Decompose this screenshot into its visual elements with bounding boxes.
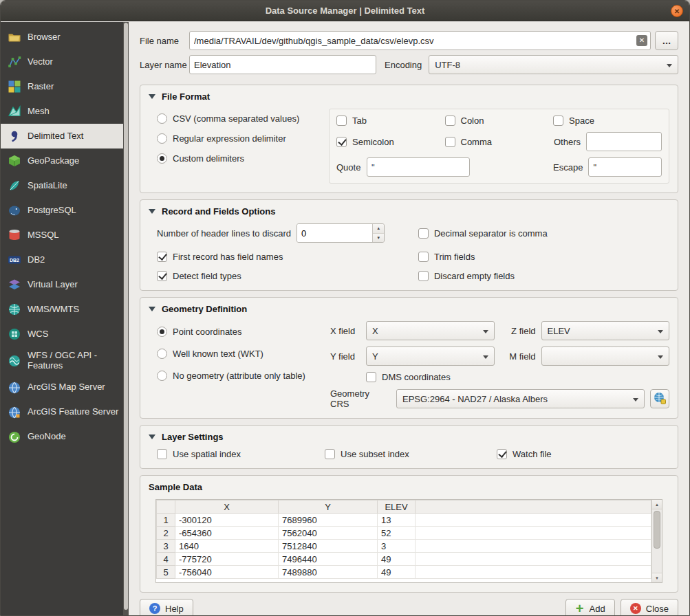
collapse-arrow-icon[interactable]	[149, 209, 155, 214]
quote-input[interactable]	[367, 157, 470, 177]
detect-field-types-checkbox[interactable]: Detect field types	[157, 271, 418, 281]
custom-delimiters-radio[interactable]: Custom delimiters	[157, 153, 321, 164]
titlebar[interactable]: Data Source Manager | Delimited Text ✕	[1, 1, 689, 21]
discard-empty-fields-checkbox[interactable]: Discard empty fields	[418, 271, 669, 281]
add-button[interactable]: + Add	[565, 599, 615, 616]
section-title: File Format	[162, 91, 210, 102]
wkt-radio[interactable]: Well known text (WKT)	[157, 349, 321, 359]
regular-expression-radio[interactable]: Regular expression delimiter	[157, 133, 321, 144]
use-subset-index-checkbox[interactable]: Use subset index	[325, 449, 497, 459]
filler-cell	[416, 527, 651, 540]
file-name-input[interactable]	[189, 31, 651, 50]
table-row: 1 -300120 7689960 13	[157, 514, 651, 527]
trim-fields-checkbox[interactable]: Trim fields	[418, 252, 669, 262]
header-lines-spinner[interactable]: ▲ ▼	[297, 223, 385, 243]
semicolon-checkbox[interactable]: Semicolon	[336, 137, 445, 147]
scrollbar-thumb[interactable]	[124, 23, 128, 610]
sidebar-item-geonode[interactable]: GeoNode	[1, 425, 123, 450]
sidebar-item-mssql[interactable]: MSSQL	[1, 223, 123, 248]
sidebar-item-geopackage[interactable]: GeoPackage	[1, 148, 123, 173]
sidebar-item-postgresql[interactable]: PostgreSQL	[1, 198, 123, 223]
table-cell: 7512840	[279, 540, 378, 553]
comma-checkbox[interactable]: Comma	[445, 137, 554, 147]
sidebar-item-wms-wmts[interactable]: WMS/WMTS	[1, 297, 123, 322]
close-button-label: Close	[646, 604, 669, 614]
watch-file-checkbox[interactable]: Watch file	[497, 449, 669, 459]
sample-table-scrollbar[interactable]: ▲ ▼	[651, 500, 662, 582]
sidebar-item-arcgis-map-server[interactable]: ArcGIS Map Server	[1, 375, 123, 400]
sidebar-item-vector[interactable]: Vector	[1, 50, 123, 74]
colon-checkbox[interactable]: Colon	[445, 116, 554, 126]
encoding-combobox[interactable]: UTF-8	[429, 55, 678, 74]
header-lines-input[interactable]	[297, 224, 372, 242]
sidebar-item-wfs-ogc-api-features[interactable]: WFS / OGC API - Features	[1, 346, 123, 375]
geometry-crs-combobox[interactable]: EPSG:2964 - NAD27 / Alaska Albers	[396, 389, 645, 408]
sidebar-item-arcgis-feature-server[interactable]: ArcGIS Feature Server	[1, 400, 123, 425]
record-fields-body: Number of header lines to discard ▲ ▼ De…	[149, 223, 669, 281]
close-icon: ✕	[674, 8, 680, 15]
collapse-arrow-icon[interactable]	[149, 307, 155, 311]
sidebar-item-raster[interactable]: Raster	[1, 74, 123, 99]
dms-coordinates-checkbox[interactable]: DMS coordinates	[366, 372, 495, 382]
x-field-combobox[interactable]: X	[366, 321, 495, 340]
filler-cell	[416, 540, 651, 553]
postgresql-icon	[8, 204, 21, 217]
m-field-combobox[interactable]	[541, 346, 670, 366]
use-subset-index-label: Use subset index	[341, 449, 409, 459]
layer-name-input[interactable]	[189, 55, 376, 74]
scrollbar-track[interactable]	[652, 509, 662, 573]
wfs-icon	[8, 354, 21, 368]
radio-indicator	[157, 327, 167, 337]
csv-radio[interactable]: CSV (comma separated values)	[157, 113, 321, 124]
radio-indicator	[157, 371, 167, 381]
use-spatial-index-checkbox[interactable]: Use spatial index	[157, 449, 325, 459]
select-crs-button[interactable]	[650, 389, 669, 408]
collapse-arrow-icon[interactable]	[149, 94, 155, 99]
tab-checkbox[interactable]: Tab	[336, 116, 445, 126]
table-cell: -300120	[175, 514, 279, 527]
sidebar-item-spatialite[interactable]: SpatiaLite	[1, 173, 123, 198]
scroll-down-icon[interactable]: ▼	[652, 573, 662, 582]
point-coordinates-radio[interactable]: Point coordinates	[157, 327, 321, 337]
radio-indicator	[157, 349, 167, 359]
sidebar-item-delimited-text[interactable]: Delimited Text	[1, 124, 123, 148]
spin-down-icon[interactable]: ▼	[373, 234, 384, 243]
regular-expression-radio-label: Regular expression delimiter	[173, 133, 286, 144]
no-geometry-radio[interactable]: No geometry (attribute only table)	[157, 371, 321, 381]
sidebar-item-label: PostgreSQL	[28, 206, 76, 216]
sidebar-item-virtual-layer[interactable]: Virtual Layer	[1, 272, 123, 297]
delimiter-row: Quote Escape	[336, 157, 662, 177]
wcs-icon	[8, 327, 21, 341]
sidebar-item-label: Delimited Text	[28, 131, 83, 142]
close-button[interactable]: ✕ Close	[621, 599, 678, 616]
space-checkbox[interactable]: Space	[553, 116, 594, 126]
scrollbar-thumb[interactable]	[654, 511, 660, 549]
y-field-combobox[interactable]: Y	[366, 346, 495, 366]
custom-delimiters-radio-label: Custom delimiters	[173, 153, 244, 164]
sidebar-item-db2[interactable]: DB2 DB2	[1, 248, 123, 272]
window-close-button[interactable]: ✕	[671, 5, 683, 17]
dms-coordinates-label: DMS coordinates	[382, 372, 451, 382]
first-record-has-field-names-checkbox[interactable]: First record has field names	[157, 252, 418, 262]
geometry-options: Point coordinates Well known text (WKT) …	[157, 321, 321, 409]
geopackage-icon	[8, 154, 21, 168]
z-field-combobox[interactable]: ELEV	[541, 321, 670, 340]
sidebar-scrollbar[interactable]	[123, 22, 129, 615]
sidebar-item-browser[interactable]: Browser	[1, 25, 123, 50]
table-cell: 7496440	[279, 553, 378, 566]
sidebar-item-mesh[interactable]: Mesh	[1, 99, 123, 124]
browse-button[interactable]: …	[655, 31, 678, 50]
scroll-up-icon[interactable]: ▲	[652, 500, 662, 509]
clear-icon[interactable]: ✕	[636, 35, 647, 46]
sidebar-item-label: WFS / OGC API - Features	[28, 351, 120, 371]
decimal-separator-comma-checkbox[interactable]: Decimal separator is comma	[418, 228, 669, 239]
help-button[interactable]: ? Help	[140, 599, 193, 616]
filler-cell	[416, 514, 651, 527]
sidebar-item-wcs[interactable]: WCS	[1, 322, 123, 346]
m-field-label: M field	[500, 351, 536, 362]
spin-up-icon[interactable]: ▲	[373, 224, 384, 234]
sidebar-item-label: WMS/WMTS	[28, 305, 79, 315]
escape-input[interactable]	[588, 157, 662, 177]
others-input[interactable]	[586, 132, 662, 151]
collapse-arrow-icon[interactable]	[149, 434, 155, 439]
